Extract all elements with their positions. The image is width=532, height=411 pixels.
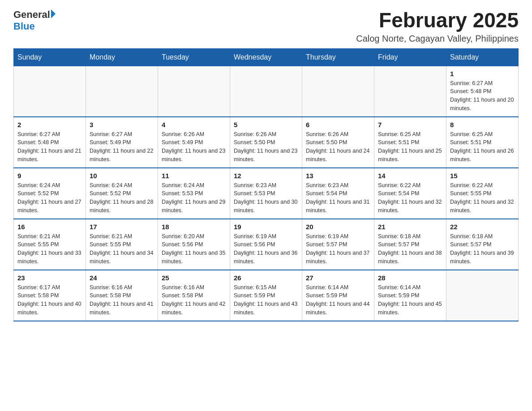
day-number: 14 bbox=[378, 172, 442, 180]
calendar-cell: 4Sunrise: 6:26 AMSunset: 5:49 PMDaylight… bbox=[158, 117, 230, 168]
day-info: Sunrise: 6:23 AMSunset: 5:53 PMDaylight:… bbox=[234, 181, 298, 215]
day-info: Sunrise: 6:25 AMSunset: 5:51 PMDaylight:… bbox=[450, 130, 515, 164]
day-number: 10 bbox=[90, 172, 154, 180]
calendar-week-row: 23Sunrise: 6:17 AMSunset: 5:58 PMDayligh… bbox=[14, 270, 519, 321]
calendar-cell: 28Sunrise: 6:14 AMSunset: 5:59 PMDayligh… bbox=[374, 270, 446, 321]
calendar-week-row: 2Sunrise: 6:27 AMSunset: 5:48 PMDaylight… bbox=[14, 117, 519, 168]
calendar-cell: 27Sunrise: 6:14 AMSunset: 5:59 PMDayligh… bbox=[302, 270, 374, 321]
day-info: Sunrise: 6:24 AMSunset: 5:52 PMDaylight:… bbox=[17, 181, 82, 215]
calendar-cell: 11Sunrise: 6:24 AMSunset: 5:53 PMDayligh… bbox=[158, 168, 230, 219]
calendar-week-row: 9Sunrise: 6:24 AMSunset: 5:52 PMDaylight… bbox=[14, 168, 519, 219]
calendar-cell: 13Sunrise: 6:23 AMSunset: 5:54 PMDayligh… bbox=[302, 168, 374, 219]
day-number: 23 bbox=[17, 274, 82, 282]
day-info: Sunrise: 6:21 AMSunset: 5:55 PMDaylight:… bbox=[17, 232, 82, 266]
calendar-cell: 21Sunrise: 6:18 AMSunset: 5:57 PMDayligh… bbox=[374, 219, 446, 270]
day-number: 22 bbox=[450, 223, 515, 231]
day-info: Sunrise: 6:24 AMSunset: 5:52 PMDaylight:… bbox=[90, 181, 154, 215]
day-info: Sunrise: 6:16 AMSunset: 5:58 PMDaylight:… bbox=[90, 283, 154, 317]
day-info: Sunrise: 6:26 AMSunset: 5:50 PMDaylight:… bbox=[234, 130, 298, 164]
day-number: 13 bbox=[306, 172, 370, 180]
calendar-cell: 20Sunrise: 6:19 AMSunset: 5:57 PMDayligh… bbox=[302, 219, 374, 270]
calendar-cell bbox=[446, 270, 519, 321]
calendar-cell bbox=[302, 66, 374, 117]
day-info: Sunrise: 6:21 AMSunset: 5:55 PMDaylight:… bbox=[90, 232, 154, 266]
day-info: Sunrise: 6:17 AMSunset: 5:58 PMDaylight:… bbox=[17, 283, 82, 317]
day-info: Sunrise: 6:15 AMSunset: 5:59 PMDaylight:… bbox=[234, 283, 298, 317]
day-number: 7 bbox=[378, 121, 442, 128]
day-info: Sunrise: 6:27 AMSunset: 5:49 PMDaylight:… bbox=[90, 130, 154, 164]
logo-arrow-icon bbox=[51, 9, 56, 18]
calendar-table: SundayMondayTuesdayWednesdayThursdayFrid… bbox=[13, 48, 519, 321]
calendar-cell bbox=[14, 66, 86, 117]
calendar-cell: 10Sunrise: 6:24 AMSunset: 5:52 PMDayligh… bbox=[86, 168, 158, 219]
calendar-cell: 7Sunrise: 6:25 AMSunset: 5:51 PMDaylight… bbox=[374, 117, 446, 168]
day-number: 26 bbox=[234, 274, 298, 282]
calendar-cell: 22Sunrise: 6:18 AMSunset: 5:57 PMDayligh… bbox=[446, 219, 519, 270]
calendar-cell: 2Sunrise: 6:27 AMSunset: 5:48 PMDaylight… bbox=[14, 117, 86, 168]
calendar-cell: 3Sunrise: 6:27 AMSunset: 5:49 PMDaylight… bbox=[86, 117, 158, 168]
day-number: 16 bbox=[17, 223, 82, 231]
calendar-cell: 16Sunrise: 6:21 AMSunset: 5:55 PMDayligh… bbox=[14, 219, 86, 270]
weekday-header-monday: Monday bbox=[86, 48, 158, 66]
day-number: 18 bbox=[162, 223, 226, 231]
day-info: Sunrise: 6:16 AMSunset: 5:58 PMDaylight:… bbox=[162, 283, 226, 317]
day-info: Sunrise: 6:18 AMSunset: 5:57 PMDaylight:… bbox=[378, 232, 442, 266]
page-title: February 2025 bbox=[356, 9, 519, 32]
day-info: Sunrise: 6:14 AMSunset: 5:59 PMDaylight:… bbox=[306, 283, 370, 317]
calendar-cell: 18Sunrise: 6:20 AMSunset: 5:56 PMDayligh… bbox=[158, 219, 230, 270]
calendar-cell bbox=[158, 66, 230, 117]
day-info: Sunrise: 6:25 AMSunset: 5:51 PMDaylight:… bbox=[378, 130, 442, 164]
day-info: Sunrise: 6:24 AMSunset: 5:53 PMDaylight:… bbox=[162, 181, 226, 215]
weekday-header-wednesday: Wednesday bbox=[230, 48, 302, 66]
day-number: 20 bbox=[306, 223, 370, 231]
day-number: 17 bbox=[90, 223, 154, 231]
calendar-cell: 12Sunrise: 6:23 AMSunset: 5:53 PMDayligh… bbox=[230, 168, 302, 219]
day-number: 19 bbox=[234, 223, 298, 231]
day-info: Sunrise: 6:27 AMSunset: 5:48 PMDaylight:… bbox=[450, 79, 515, 113]
calendar-cell: 23Sunrise: 6:17 AMSunset: 5:58 PMDayligh… bbox=[14, 270, 86, 321]
day-info: Sunrise: 6:22 AMSunset: 5:55 PMDaylight:… bbox=[450, 181, 515, 215]
calendar-week-row: 1Sunrise: 6:27 AMSunset: 5:48 PMDaylight… bbox=[14, 66, 519, 117]
calendar-cell: 26Sunrise: 6:15 AMSunset: 5:59 PMDayligh… bbox=[230, 270, 302, 321]
calendar-cell: 1Sunrise: 6:27 AMSunset: 5:48 PMDaylight… bbox=[446, 66, 519, 117]
day-info: Sunrise: 6:18 AMSunset: 5:57 PMDaylight:… bbox=[450, 232, 515, 266]
day-number: 24 bbox=[90, 274, 154, 282]
day-number: 28 bbox=[378, 274, 442, 282]
day-info: Sunrise: 6:14 AMSunset: 5:59 PMDaylight:… bbox=[378, 283, 442, 317]
day-info: Sunrise: 6:19 AMSunset: 5:57 PMDaylight:… bbox=[306, 232, 370, 266]
calendar-cell: 14Sunrise: 6:22 AMSunset: 5:54 PMDayligh… bbox=[374, 168, 446, 219]
weekday-header-thursday: Thursday bbox=[302, 48, 374, 66]
calendar-week-row: 16Sunrise: 6:21 AMSunset: 5:55 PMDayligh… bbox=[14, 219, 519, 270]
day-number: 2 bbox=[17, 121, 82, 128]
day-number: 12 bbox=[234, 172, 298, 180]
page-header: General Blue February 2025 Calog Norte, … bbox=[13, 9, 519, 44]
day-number: 6 bbox=[306, 121, 370, 128]
day-number: 21 bbox=[378, 223, 442, 231]
calendar-body: 1Sunrise: 6:27 AMSunset: 5:48 PMDaylight… bbox=[14, 66, 519, 321]
day-info: Sunrise: 6:26 AMSunset: 5:49 PMDaylight:… bbox=[162, 130, 226, 164]
day-number: 11 bbox=[162, 172, 226, 180]
calendar-cell bbox=[86, 66, 158, 117]
calendar-cell: 8Sunrise: 6:25 AMSunset: 5:51 PMDaylight… bbox=[446, 117, 519, 168]
title-block: February 2025 Calog Norte, Cagayan Valle… bbox=[356, 9, 519, 44]
calendar-cell: 9Sunrise: 6:24 AMSunset: 5:52 PMDaylight… bbox=[14, 168, 86, 219]
day-number: 4 bbox=[162, 121, 226, 128]
day-info: Sunrise: 6:20 AMSunset: 5:56 PMDaylight:… bbox=[162, 232, 226, 266]
logo-text-general: General bbox=[13, 9, 50, 21]
weekday-header-friday: Friday bbox=[374, 48, 446, 66]
logo: General Blue bbox=[13, 9, 56, 32]
calendar-cell: 24Sunrise: 6:16 AMSunset: 5:58 PMDayligh… bbox=[86, 270, 158, 321]
calendar-cell: 25Sunrise: 6:16 AMSunset: 5:58 PMDayligh… bbox=[158, 270, 230, 321]
weekday-header-sunday: Sunday bbox=[14, 48, 86, 66]
calendar-cell: 15Sunrise: 6:22 AMSunset: 5:55 PMDayligh… bbox=[446, 168, 519, 219]
day-number: 25 bbox=[162, 274, 226, 282]
day-number: 1 bbox=[450, 70, 515, 77]
calendar-cell bbox=[230, 66, 302, 117]
page-subtitle: Calog Norte, Cagayan Valley, Philippines bbox=[356, 34, 519, 44]
day-info: Sunrise: 6:26 AMSunset: 5:50 PMDaylight:… bbox=[306, 130, 370, 164]
logo-text-blue: Blue bbox=[13, 21, 56, 32]
calendar-cell: 5Sunrise: 6:26 AMSunset: 5:50 PMDaylight… bbox=[230, 117, 302, 168]
calendar-cell: 6Sunrise: 6:26 AMSunset: 5:50 PMDaylight… bbox=[302, 117, 374, 168]
day-number: 5 bbox=[234, 121, 298, 128]
day-number: 9 bbox=[17, 172, 82, 180]
